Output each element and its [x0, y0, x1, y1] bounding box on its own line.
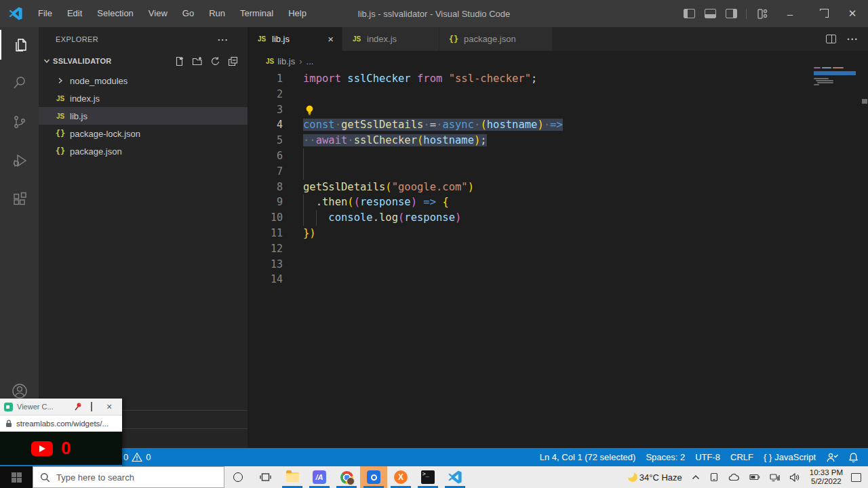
code-line[interactable]: 14	[248, 272, 868, 287]
taskbar-search[interactable]: Type here to search	[33, 466, 224, 488]
code-line[interactable]: 8getSslDetails("google.com")	[248, 180, 868, 195]
menu-help[interactable]: Help	[281, 0, 314, 27]
refresh-icon[interactable]	[210, 56, 220, 66]
editor-group: JS lib.js × JS index.js {} package.json …	[248, 27, 868, 448]
taskbar-command-prompt[interactable]: >_	[414, 466, 441, 488]
tab-lib-js[interactable]: JS lib.js ×	[248, 27, 342, 51]
viewer-title-bar[interactable]: Viewer C... ✕	[0, 399, 122, 415]
taskbar-streamlabs[interactable]	[360, 466, 387, 488]
taskbar-file-explorer[interactable]	[279, 466, 306, 488]
code-line[interactable]: 10 console.log(response)	[248, 210, 868, 226]
workspace-section-header[interactable]: SSLVALIDATOR	[39, 53, 248, 69]
js-file-icon: JS	[266, 58, 274, 65]
breadcrumb-symbol[interactable]: ...	[307, 56, 314, 66]
tree-item-node-modules[interactable]: node_modules	[39, 72, 248, 89]
task-view-button[interactable]	[252, 466, 279, 488]
tree-item-lib-js[interactable]: JS lib.js	[39, 107, 248, 125]
device-icon	[709, 472, 719, 482]
code-line[interactable]: 2	[248, 87, 868, 102]
code-line[interactable]: 12	[248, 241, 868, 257]
menu-selection[interactable]: Selection	[90, 0, 140, 27]
tab-label: lib.js	[272, 34, 290, 44]
toggle-secondary-sidebar-icon[interactable]	[726, 9, 737, 18]
feedback-icon[interactable]	[826, 452, 838, 463]
close-button[interactable]: ✕	[837, 0, 868, 27]
taskbar-chrome[interactable]	[333, 466, 360, 488]
menu-file[interactable]: File	[31, 0, 60, 27]
viewer-restore-icon[interactable]	[83, 403, 100, 411]
error-count[interactable]: 0	[123, 452, 128, 462]
tab-index-js[interactable]: JS index.js	[342, 27, 439, 51]
code-line[interactable]: 4const·getSslDetails·=·async·(hostname)·…	[248, 117, 868, 133]
breadcrumb-file[interactable]: lib.js	[277, 56, 295, 66]
encoding[interactable]: UTF-8	[695, 452, 720, 462]
tray-expand-button[interactable]	[687, 466, 705, 488]
minimize-button[interactable]: –	[774, 0, 806, 27]
line-number: 3	[248, 102, 303, 118]
menu-terminal[interactable]: Terminal	[233, 0, 281, 27]
tray-device-button[interactable]	[705, 466, 724, 488]
minimap[interactable]	[814, 66, 856, 121]
split-editor-icon[interactable]	[826, 35, 836, 43]
overview-ruler-marker	[862, 99, 867, 104]
editor-more-actions-icon[interactable]: ···	[847, 34, 859, 45]
warning-count[interactable]: 0	[146, 452, 151, 462]
menu-edit[interactable]: Edit	[60, 0, 90, 27]
viewer-address-bar[interactable]: streamlabs.com/widgets/...	[0, 415, 122, 432]
close-tab-icon[interactable]: ×	[318, 33, 334, 45]
code-line[interactable]: 13	[248, 257, 868, 272]
activity-source-control[interactable]	[0, 107, 39, 137]
indentation[interactable]: Spaces: 2	[646, 452, 685, 462]
tray-network-button[interactable]	[765, 466, 785, 488]
code-line[interactable]: 11})	[248, 226, 868, 241]
tab-package-json[interactable]: {} package.json	[439, 27, 553, 51]
weather-widget[interactable]: 34°C Haze	[623, 466, 687, 488]
js-file-icon: JS	[56, 113, 64, 120]
file-label: node_modules	[70, 76, 127, 86]
code-line[interactable]: 5··await·sslChecker(hostname);	[248, 133, 868, 148]
tray-onedrive-button[interactable]	[724, 466, 745, 488]
code-line[interactable]: 6	[248, 148, 868, 164]
activity-run-debug[interactable]	[0, 146, 39, 176]
tree-item-index-js[interactable]: JS index.js	[39, 89, 248, 107]
code-line[interactable]: 7	[248, 164, 868, 180]
viewer-close-icon[interactable]: ✕	[100, 403, 118, 411]
menu-run[interactable]: Run	[201, 0, 233, 27]
restore-button[interactable]	[806, 0, 837, 27]
taskbar-slash-a-app[interactable]: /A	[306, 466, 333, 488]
lightbulb-icon[interactable]	[305, 105, 314, 116]
activity-search[interactable]	[0, 68, 39, 98]
new-folder-icon[interactable]	[192, 56, 203, 66]
tray-volume-button[interactable]	[785, 466, 804, 488]
start-button[interactable]	[0, 466, 33, 488]
activity-extensions[interactable]	[0, 185, 39, 215]
toggle-panel-icon[interactable]	[705, 9, 716, 18]
notifications-bell-icon[interactable]	[848, 452, 859, 463]
taskbar-xampp[interactable]: X	[387, 466, 414, 488]
taskbar-vscode[interactable]	[441, 466, 469, 488]
tray-clock[interactable]: 10:33 PM 5/2/2022	[804, 468, 848, 486]
explorer-more-actions-icon[interactable]: ···	[218, 35, 229, 45]
customize-layout-icon[interactable]	[757, 9, 768, 19]
cortana-button[interactable]	[224, 466, 252, 488]
tree-item-package-lock-json[interactable]: {} package-lock.json	[39, 125, 248, 142]
code-line[interactable]: 9 .then((response) => {	[248, 195, 868, 210]
action-center-icon[interactable]	[851, 473, 861, 482]
tree-item-package-json[interactable]: {} package.json	[39, 142, 248, 160]
activity-explorer[interactable]	[0, 30, 39, 60]
run-debug-icon	[12, 152, 28, 169]
tab-label: index.js	[367, 34, 397, 44]
pin-icon[interactable]	[73, 402, 83, 411]
eol-sequence[interactable]: CRLF	[730, 452, 753, 462]
toggle-sidebar-icon[interactable]	[684, 9, 695, 18]
menu-view[interactable]: View	[141, 0, 175, 27]
menu-go[interactable]: Go	[175, 0, 201, 27]
code-line[interactable]: 1import sslChecker from "ssl-checker";	[248, 71, 868, 87]
cursor-position[interactable]: Ln 4, Col 1 (72 selected)	[540, 452, 636, 462]
code-line[interactable]: 3	[248, 102, 868, 118]
collapse-folders-icon[interactable]	[228, 56, 238, 66]
tray-battery-button[interactable]	[745, 466, 765, 488]
new-file-icon[interactable]	[174, 56, 184, 66]
language-mode[interactable]: { }JavaScript	[764, 452, 816, 462]
file-label: package-lock.json	[70, 129, 140, 139]
